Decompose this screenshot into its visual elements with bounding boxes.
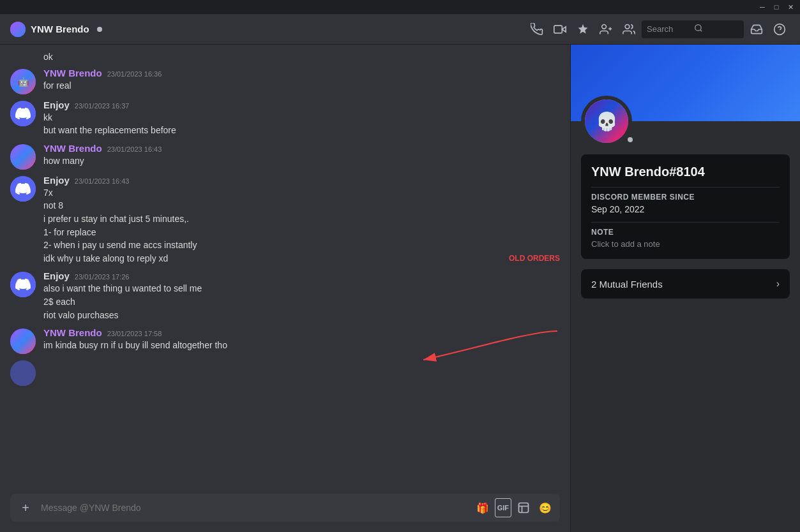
profile-avatar-section: 💀	[571, 96, 800, 147]
message-content: YNW Brendo 23/01/2023 16:36 for real	[43, 68, 560, 94]
table-row: Enjoy 23/01/2023 16:37 kk but want the r…	[0, 97, 570, 140]
message-header: YNW Brendo 23/01/2023 16:43	[43, 143, 560, 154]
minimize-button[interactable]: ─	[758, 3, 767, 11]
profile-info-card: YNW Brendo#8104 DISCORD MEMBER SINCE Sep…	[581, 154, 790, 259]
mutual-friends-label: 2 Mutual Friends	[591, 279, 663, 290]
gif-button[interactable]: GIF	[495, 498, 511, 517]
titlebar: ─ □ ✕	[0, 0, 800, 14]
member-since-label: DISCORD MEMBER SINCE	[591, 193, 780, 202]
message-input[interactable]	[41, 503, 468, 513]
message-timestamp: 23/01/2023 17:26	[75, 273, 130, 281]
input-icons: 🎁 GIF 😊	[473, 498, 555, 517]
message-text: for real	[43, 80, 560, 92]
emoji-button[interactable]: 😊	[536, 498, 555, 517]
online-status-indicator	[626, 135, 635, 144]
chevron-right-icon: ›	[776, 278, 780, 290]
avatar	[10, 360, 36, 386]
note-field[interactable]: Click to add a note	[591, 239, 780, 249]
avatar	[10, 144, 36, 170]
message-content: Enjoy 23/01/2023 16:43 7x not 8 i prefer…	[43, 175, 560, 266]
table-row: YNW Brendo 23/01/2023 17:58 im kinda bus…	[0, 325, 570, 357]
messages-container[interactable]: ok 🤖 YNW Brendo 23/01/2023 16:36	[0, 45, 570, 494]
svg-point-13	[10, 144, 36, 170]
add-friend-button[interactable]	[596, 19, 616, 40]
add-attachment-button[interactable]: +	[15, 498, 36, 518]
table-row	[0, 357, 570, 388]
message-content: YNW Brendo 23/01/2023 16:43 how many	[43, 143, 560, 170]
sticker-button[interactable]	[514, 498, 533, 517]
header-left: YNW Brendo	[10, 22, 522, 37]
message-timestamp: 23/01/2023 16:36	[107, 70, 162, 78]
avatar-brendo-img2	[10, 144, 36, 170]
message-timestamp: 23/01/2023 16:43	[75, 177, 130, 185]
pin-button[interactable]	[573, 19, 593, 40]
message-content: Enjoy 23/01/2023 16:37 kk but want the r…	[43, 100, 560, 138]
header-avatar	[10, 22, 26, 37]
message-input-area: + 🎁 GIF 😊	[0, 494, 570, 532]
header-icons: Search	[527, 19, 790, 40]
message-username: Enjoy	[43, 100, 70, 110]
divider	[591, 187, 780, 188]
message-timestamp: 23/01/2023 16:43	[107, 145, 162, 153]
chat-area: ok 🤖 YNW Brendo 23/01/2023 16:36	[0, 45, 570, 532]
message-username: Enjoy	[43, 175, 70, 186]
message-text: kk but want the replacements before	[43, 112, 560, 137]
mutual-friends-section[interactable]: 2 Mutual Friends ›	[581, 269, 790, 299]
gift-icon-button[interactable]: 🎁	[473, 498, 492, 517]
svg-text:💀: 💀	[596, 111, 618, 132]
message-text: how many	[43, 155, 560, 168]
avatar	[10, 176, 36, 202]
right-panel: 💀 YNW Brendo#8104 DISCORD MEMBER SINCE S…	[570, 45, 800, 532]
header-status-dot	[97, 27, 102, 32]
svg-point-3	[602, 24, 607, 29]
table-row: 🤖 YNW Brendo 23/01/2023 16:36 for real	[0, 65, 570, 97]
avatar-brendo-img: 🤖	[10, 69, 36, 94]
message-text: 7x not 8 i prefer u stay in chat just 5 …	[43, 187, 560, 265]
header-username: YNW Brendo	[31, 24, 89, 34]
svg-rect-16	[519, 503, 529, 513]
dm-list-button[interactable]	[619, 19, 639, 40]
chat-wrapper: ok 🤖 YNW Brendo 23/01/2023 16:36	[0, 45, 570, 532]
call-button[interactable]	[527, 19, 547, 40]
svg-text:🤖: 🤖	[18, 77, 29, 87]
header: YNW Brendo Search	[0, 14, 800, 45]
search-box[interactable]: Search	[642, 20, 744, 38]
message-header: Enjoy 23/01/2023 16:37	[43, 100, 560, 110]
profile-display-name: YNW Brendo#8104	[591, 165, 780, 179]
profile-avatar: 💀	[581, 96, 632, 147]
svg-marker-1	[562, 26, 566, 31]
table-row: Enjoy 23/01/2023 16:43 7x not 8 i prefer…	[0, 172, 570, 269]
svg-rect-2	[554, 26, 562, 33]
profile-avatar-inner: 💀	[585, 100, 628, 143]
svg-point-14	[10, 329, 36, 354]
svg-point-7	[695, 25, 701, 31]
svg-point-6	[625, 24, 630, 29]
list-item: ok	[0, 50, 570, 65]
inbox-button[interactable]	[746, 19, 767, 40]
message-header: Enjoy 23/01/2023 17:26	[43, 270, 560, 281]
help-button[interactable]	[769, 19, 790, 40]
divider-2	[591, 222, 780, 223]
message-username: YNW Brendo	[43, 143, 102, 154]
message-header: YNW Brendo 23/01/2023 17:58	[43, 327, 560, 338]
close-button[interactable]: ✕	[786, 3, 795, 11]
maximize-button[interactable]: □	[772, 3, 781, 11]
message-username: YNW Brendo	[43, 68, 102, 78]
message-content	[43, 359, 560, 386]
svg-line-8	[700, 30, 702, 32]
avatar-brendo-img3	[10, 329, 36, 354]
avatar: 🤖	[10, 69, 36, 94]
video-button[interactable]	[550, 19, 570, 40]
avatar	[10, 272, 36, 297]
message-input-wrapper: + 🎁 GIF 😊	[10, 494, 560, 522]
message-content: Enjoy 23/01/2023 17:26 also i want the t…	[43, 270, 560, 322]
avatar	[10, 101, 36, 126]
svg-point-0	[10, 22, 26, 37]
avatar	[10, 329, 36, 354]
member-since-value: Sep 20, 2022	[591, 204, 780, 214]
message-timestamp: 23/01/2023 17:58	[107, 330, 162, 337]
message-text: also i want the thing u wanted to sell m…	[43, 283, 560, 321]
message-username: Enjoy	[43, 270, 70, 281]
old-orders-badge: OLD ORDERS	[509, 254, 560, 263]
message-timestamp: 23/01/2023 16:37	[75, 102, 130, 110]
